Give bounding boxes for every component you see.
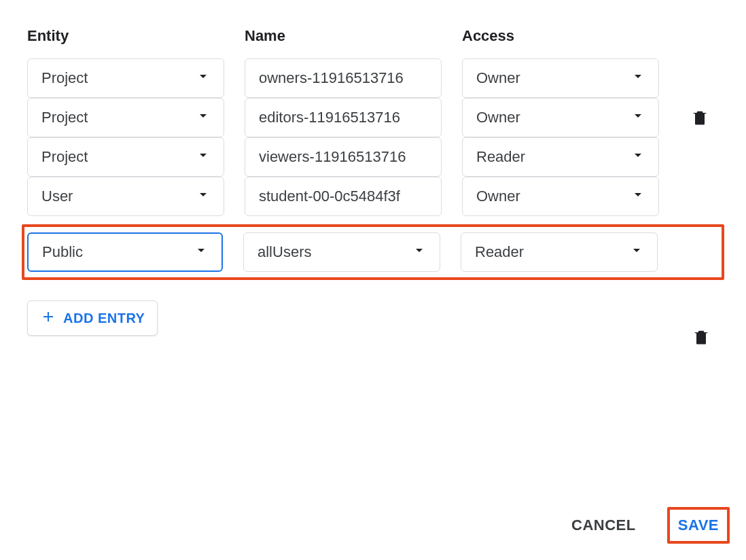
access-value: Owner (476, 109, 623, 126)
access-dropdown[interactable]: Owner (462, 98, 659, 137)
add-entry-button[interactable]: ADD ENTRY (27, 300, 158, 336)
header-entity: Entity (27, 27, 224, 45)
entity-value: Project (41, 109, 188, 126)
table-row: Projectviewers-11916513716Reader (27, 137, 719, 177)
table-row: Projectowners-11916513716Owner (27, 58, 719, 98)
chevron-down-icon (630, 107, 646, 128)
chevron-down-icon (628, 242, 645, 262)
entity-dropdown[interactable]: Project (27, 137, 224, 177)
chevron-down-icon (195, 68, 211, 88)
cancel-button[interactable]: CANCEL (567, 510, 640, 541)
chevron-down-icon (193, 242, 209, 262)
plus-icon (40, 309, 56, 328)
entity-value: User (41, 188, 188, 205)
name-input[interactable]: student-00-0c5484f3f (245, 177, 442, 216)
access-value: Reader (475, 243, 622, 261)
delete-entry-button[interactable] (692, 328, 711, 349)
entity-dropdown[interactable]: Public (27, 232, 223, 272)
entity-dropdown[interactable]: Project (27, 58, 224, 98)
access-dropdown[interactable]: Owner (462, 58, 659, 98)
name-input[interactable]: viewers-11916513716 (245, 137, 442, 177)
chevron-down-icon (195, 186, 211, 207)
name-value: student-00-0c5484f3f (259, 188, 427, 205)
entity-value: Project (41, 148, 188, 166)
name-dropdown[interactable]: allUsers (243, 232, 440, 272)
access-dropdown[interactable]: Reader (461, 232, 658, 272)
access-value: Reader (476, 148, 623, 166)
access-value: Owner (476, 188, 623, 205)
chevron-down-icon (630, 68, 646, 88)
chevron-down-icon (195, 107, 211, 128)
entity-dropdown[interactable]: User (27, 177, 224, 216)
save-button[interactable]: SAVE (677, 514, 720, 537)
header-access: Access (462, 27, 659, 45)
chevron-down-icon (630, 147, 646, 167)
delete-entry-button[interactable] (679, 98, 720, 137)
name-value: owners-11916513716 (259, 69, 427, 87)
table-row: Userstudent-00-0c5484f3fOwner (27, 177, 719, 216)
access-dropdown[interactable]: Owner (462, 177, 659, 216)
add-entry-label: ADD ENTRY (63, 311, 145, 326)
access-value: Owner (476, 69, 623, 87)
name-input[interactable]: owners-11916513716 (245, 58, 442, 98)
entity-value: Project (41, 69, 188, 87)
table-header-row: Entity Name Access (27, 27, 719, 45)
header-name: Name (245, 27, 442, 45)
permissions-table: Entity Name Access Projectowners-1191651… (27, 27, 719, 336)
highlighted-entry: Public allUsers Reader (22, 224, 724, 280)
name-value: viewers-11916513716 (259, 148, 427, 166)
entity-dropdown[interactable]: Project (27, 98, 224, 137)
entity-value: Public (42, 243, 186, 261)
save-highlight: SAVE (667, 507, 730, 544)
dialog-actions: CANCEL SAVE (567, 507, 730, 544)
name-value: allUsers (257, 243, 404, 261)
chevron-down-icon (630, 186, 646, 207)
table-row: Projecteditors-11916513716Owner (27, 98, 719, 137)
chevron-down-icon (411, 242, 427, 262)
chevron-down-icon (195, 147, 211, 167)
name-value: editors-11916513716 (259, 109, 427, 126)
access-dropdown[interactable]: Reader (462, 137, 659, 177)
name-input[interactable]: editors-11916513716 (245, 98, 442, 137)
